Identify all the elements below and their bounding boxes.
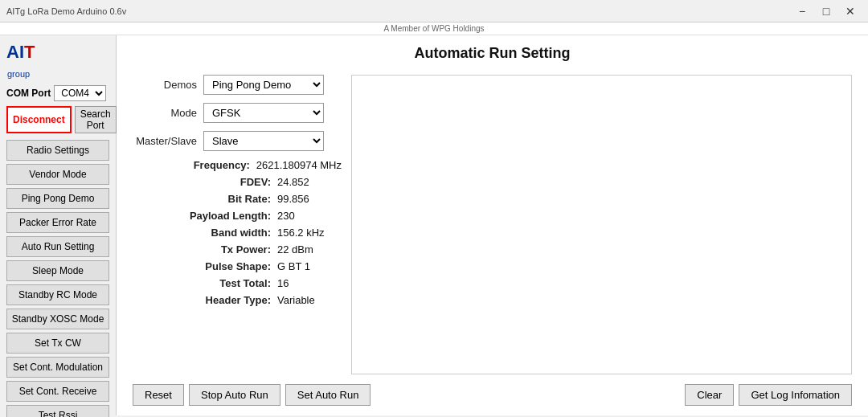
bitrate-value: 99.856 bbox=[277, 193, 342, 205]
title-bar: AITg LoRa Demo Arduino 0.6v − □ ✕ bbox=[0, 0, 868, 22]
page-title: Automatic Run Setting bbox=[133, 45, 852, 62]
bandwidth-row: Band width: 156.2 kHz bbox=[133, 227, 342, 239]
settings-panel: Demos Ping Pong Demo GFSK Demo LoRa Demo… bbox=[133, 75, 342, 374]
mode-label: Mode bbox=[133, 107, 197, 119]
bitrate-label: Bit Rate: bbox=[228, 193, 271, 205]
nav-test-rssi[interactable]: Test Rssi bbox=[6, 405, 109, 417]
fdev-value: 24.852 bbox=[277, 176, 342, 188]
nav-set-cont-modulation[interactable]: Set Cont. Modulation bbox=[6, 357, 109, 378]
app-title: AITg LoRa Demo Arduino 0.6v bbox=[6, 6, 126, 16]
demos-select[interactable]: Ping Pong Demo GFSK Demo LoRa Demo bbox=[203, 75, 324, 95]
search-port-button[interactable]: Search Port bbox=[75, 106, 117, 133]
payload-value: 230 bbox=[277, 210, 342, 222]
reset-button[interactable]: Reset bbox=[133, 384, 184, 406]
frequency-row: Frequency: 2621.180974 MHz bbox=[133, 159, 342, 171]
bottom-bar: Reset Stop Auto Run Set Auto Run Clear G… bbox=[133, 384, 852, 406]
mode-row: Mode GFSK LoRa FLRC bbox=[133, 103, 342, 123]
bandwidth-label: Band width: bbox=[211, 227, 271, 239]
payload-label: Payload Length: bbox=[190, 210, 271, 222]
connection-buttons: Disconnect Search Port bbox=[6, 106, 109, 133]
left-panel: AIT group COM Port COM4 COM1 COM2 COM3 C… bbox=[0, 35, 117, 415]
testtotal-row: Test Total: 16 bbox=[133, 277, 342, 289]
com-port-row: COM Port COM4 COM1 COM2 COM3 COM5 bbox=[6, 85, 109, 101]
logo-ait-group: AIT group bbox=[6, 42, 35, 79]
pulseshape-label: Pulse Shape: bbox=[205, 260, 271, 272]
mode-select[interactable]: GFSK LoRa FLRC bbox=[203, 103, 324, 123]
testtotal-label: Test Total: bbox=[219, 277, 271, 289]
pulseshape-row: Pulse Shape: G BT 1 bbox=[133, 260, 342, 272]
clear-button[interactable]: Clear bbox=[685, 384, 734, 406]
demos-row: Demos Ping Pong Demo GFSK Demo LoRa Demo bbox=[133, 75, 342, 95]
logo: AIT group bbox=[6, 42, 35, 79]
close-button[interactable]: ✕ bbox=[839, 2, 862, 20]
nav-set-cont-receive[interactable]: Set Cont. Receive bbox=[6, 381, 109, 402]
bitrate-row: Bit Rate: 99.856 bbox=[133, 193, 342, 205]
demos-label: Demos bbox=[133, 79, 197, 91]
info-section: Frequency: 2621.180974 MHz FDEV: 24.852 … bbox=[133, 159, 342, 306]
nav-vendor-mode[interactable]: Vendor Mode bbox=[6, 164, 109, 185]
headertype-row: Header Type: Variable bbox=[133, 294, 342, 306]
logo-area: AIT group bbox=[6, 42, 109, 79]
nav-standby-rc-mode[interactable]: Standby RC Mode bbox=[6, 284, 109, 305]
nav-radio-settings[interactable]: Radio Settings bbox=[6, 140, 109, 161]
com-port-label: COM Port bbox=[6, 88, 51, 99]
master-slave-row: Master/Slave Slave Master bbox=[133, 131, 342, 151]
txpower-label: Tx Power: bbox=[221, 243, 271, 256]
get-log-info-button[interactable]: Get Log Infomation bbox=[739, 384, 852, 406]
banner-text: A Member of WPG Holdings bbox=[383, 24, 484, 33]
headertype-value: Variable bbox=[277, 294, 342, 306]
pulseshape-value: G BT 1 bbox=[277, 260, 342, 272]
title-bar-left: AITg LoRa Demo Arduino 0.6v bbox=[6, 6, 126, 16]
disconnect-button[interactable]: Disconnect bbox=[6, 106, 72, 133]
nav-packer-error-rate[interactable]: Packer Error Rate bbox=[6, 212, 109, 233]
maximize-button[interactable]: □ bbox=[815, 2, 837, 20]
logo-ait-text: AIT bbox=[6, 42, 35, 62]
nav-auto-run-setting[interactable]: Auto Run Setting bbox=[6, 236, 109, 257]
right-panel: Automatic Run Setting Demos Ping Pong De… bbox=[117, 35, 868, 415]
log-panel bbox=[351, 75, 852, 374]
master-slave-label: Master/Slave bbox=[133, 135, 197, 147]
fdev-row: FDEV: 24.852 bbox=[133, 176, 342, 188]
nav-ping-pong-demo[interactable]: Ping Pong Demo bbox=[6, 188, 109, 209]
frequency-label: Frequency: bbox=[194, 159, 250, 171]
com-port-select[interactable]: COM4 COM1 COM2 COM3 COM5 bbox=[54, 85, 106, 101]
payload-row: Payload Length: 230 bbox=[133, 210, 342, 222]
wpg-banner: A Member of WPG Holdings bbox=[0, 22, 868, 35]
main-container: AIT group COM Port COM4 COM1 COM2 COM3 C… bbox=[0, 35, 868, 415]
master-slave-select[interactable]: Slave Master bbox=[203, 131, 324, 151]
set-auto-run-button[interactable]: Set Auto Run bbox=[285, 384, 371, 406]
headertype-label: Header Type: bbox=[206, 294, 271, 306]
nav-set-tx-cw[interactable]: Set Tx CW bbox=[6, 333, 109, 354]
logo-group-text: group bbox=[7, 69, 35, 79]
txpower-row: Tx Power: 22 dBm bbox=[133, 243, 342, 256]
testtotal-value: 16 bbox=[277, 277, 342, 289]
title-bar-controls: − □ ✕ bbox=[791, 2, 862, 20]
frequency-value: 2621.180974 MHz bbox=[256, 159, 342, 171]
fdev-label: FDEV: bbox=[240, 176, 271, 188]
bandwidth-value: 156.2 kHz bbox=[277, 227, 342, 239]
nav-sleep-mode[interactable]: Sleep Mode bbox=[6, 260, 109, 281]
stop-auto-run-button[interactable]: Stop Auto Run bbox=[189, 384, 280, 406]
txpower-value: 22 dBm bbox=[277, 243, 342, 256]
nav-standby-xosc-mode[interactable]: Standby XOSC Mode bbox=[6, 309, 109, 329]
content-area: Demos Ping Pong Demo GFSK Demo LoRa Demo… bbox=[133, 75, 852, 374]
minimize-button[interactable]: − bbox=[791, 2, 813, 20]
